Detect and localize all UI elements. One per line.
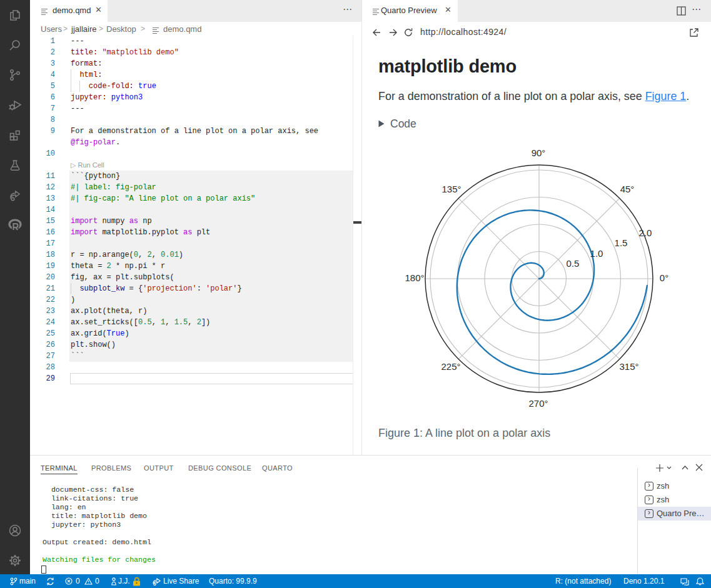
- svg-text:45°: 45°: [620, 184, 635, 194]
- svg-text:0.5: 0.5: [567, 258, 580, 269]
- svg-text:90°: 90°: [532, 147, 546, 158]
- svg-text:1.0: 1.0: [590, 248, 603, 259]
- svg-text:135°: 135°: [441, 184, 461, 194]
- svg-text:225°: 225°: [441, 361, 460, 372]
- svg-text:180°: 180°: [405, 272, 424, 283]
- svg-text:1.5: 1.5: [615, 237, 628, 248]
- svg-text:0°: 0°: [660, 272, 668, 283]
- svg-text:2.0: 2.0: [639, 227, 652, 238]
- svg-text:270°: 270°: [528, 398, 548, 409]
- svg-text:315°: 315°: [619, 361, 638, 372]
